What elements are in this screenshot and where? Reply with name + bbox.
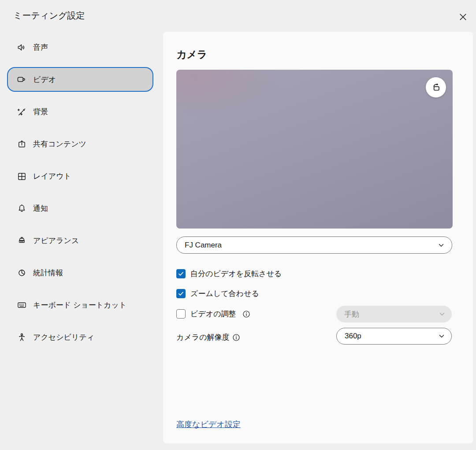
sidebar-item-shared-content[interactable]: 共有コンテンツ (7, 131, 153, 156)
rotate-camera-icon (430, 82, 442, 93)
sidebar-item-background[interactable]: 背景 (7, 99, 153, 124)
sidebar-item-label: 統計情報 (33, 268, 63, 278)
camera-preview (176, 70, 453, 229)
zoom-to-fit-checkbox[interactable] (176, 289, 186, 298)
sidebar-item-statistics[interactable]: 統計情報 (7, 260, 153, 285)
sidebar-item-layout[interactable]: レイアウト (7, 164, 153, 188)
sidebar-item-label: 共有コンテンツ (33, 139, 86, 149)
layout-grid-icon (17, 171, 27, 181)
video-settings-panel: カメラ FJ Camera 自分のビデオを反転させる (163, 32, 473, 443)
mirror-video-label[interactable]: 自分のビデオを反転させる (190, 269, 282, 279)
speaker-icon (17, 42, 27, 52)
camera-device-value: FJ Camera (185, 241, 222, 250)
camera-resolution-value: 360p (345, 332, 361, 341)
settings-sidebar: 音声 ビデオ 背景 共有コンテンツ (7, 35, 153, 349)
advanced-video-settings-link[interactable]: 高度なビデオ設定 (176, 419, 241, 430)
panel-heading: カメラ (176, 48, 208, 61)
check-icon (178, 270, 184, 277)
sidebar-item-label: 音声 (33, 42, 48, 52)
camera-resolution-row: カメラの解像度 (176, 332, 240, 342)
sidebar-item-appearance[interactable]: アピアランス (7, 228, 153, 253)
sidebar-item-label: レイアウト (33, 171, 71, 181)
sidebar-item-label: 通知 (33, 203, 48, 214)
video-adjust-info-button[interactable] (242, 310, 250, 318)
camera-device-select[interactable]: FJ Camera (176, 236, 452, 254)
magic-wand-icon (17, 107, 27, 117)
share-content-icon (17, 139, 27, 149)
sidebar-item-notifications[interactable]: 通知 (7, 196, 153, 221)
sidebar-item-label: アクセシビリティ (33, 332, 94, 342)
sidebar-item-label: アピアランス (33, 236, 79, 246)
close-button[interactable] (455, 9, 471, 25)
accessibility-icon (17, 332, 27, 342)
paintbrush-icon (17, 236, 27, 246)
video-adjust-checkbox[interactable] (176, 309, 186, 319)
mirror-video-row: 自分のビデオを反転させる (176, 269, 282, 279)
sidebar-item-audio[interactable]: 音声 (7, 35, 153, 60)
keyboard-icon (17, 300, 27, 310)
info-icon (232, 334, 240, 341)
sidebar-item-accessibility[interactable]: アクセシビリティ (7, 325, 153, 349)
sidebar-item-video[interactable]: ビデオ (7, 67, 153, 92)
check-icon (178, 290, 184, 297)
stats-pie-icon (17, 268, 27, 278)
video-adjust-label[interactable]: ビデオの調整 (190, 309, 236, 319)
video-adjust-row: ビデオの調整 (176, 309, 250, 319)
mirror-video-checkbox[interactable] (176, 269, 186, 278)
close-icon (458, 12, 468, 22)
sidebar-item-label: ビデオ (33, 75, 56, 85)
sidebar-item-keyboard-shortcuts[interactable]: キーボード ショートカット (7, 292, 153, 317)
camera-resolution-label: カメラの解像度 (176, 332, 230, 342)
sidebar-item-label: キーボード ショートカット (33, 300, 126, 310)
chevron-down-icon (438, 333, 445, 340)
video-adjust-mode-select: 手動 (336, 306, 452, 322)
meeting-settings-window: ミーティング設定 音声 ビデオ (0, 0, 476, 450)
camera-resolution-select[interactable]: 360p (336, 328, 452, 345)
rotate-camera-button[interactable] (426, 77, 446, 98)
camera-resolution-info-button[interactable] (232, 334, 240, 341)
zoom-to-fit-row: ズームして合わせる (176, 289, 259, 299)
window-title: ミーティング設定 (13, 10, 85, 22)
chevron-down-icon (439, 311, 446, 318)
video-adjust-mode-value: 手動 (344, 309, 359, 319)
video-camera-icon (17, 75, 27, 85)
sidebar-item-label: 背景 (33, 107, 48, 117)
chevron-down-icon (438, 242, 445, 249)
zoom-to-fit-label[interactable]: ズームして合わせる (190, 289, 259, 299)
bell-icon (17, 203, 27, 214)
info-icon (242, 310, 250, 318)
